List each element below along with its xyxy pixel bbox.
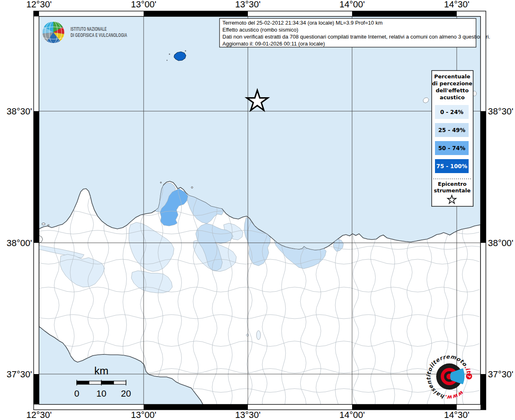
legend-epicenter-line2: strumentale bbox=[434, 187, 471, 194]
event-info-line2: Effetto acustico (rombo sismico) bbox=[222, 27, 298, 33]
axis-right-1: 38°00' bbox=[488, 238, 513, 248]
earthquake-perception-map-page: km 0 10 20 bbox=[0, 0, 515, 420]
event-info-line4: Aggiornato il: 09-01-2026 00:11 (ora loc… bbox=[222, 41, 325, 47]
ingv-name-line1: ISTITUTO NAZIONALE bbox=[71, 26, 107, 32]
event-info-box: Terremoto del 25-02-2012 21:34:34 (ora l… bbox=[220, 18, 490, 47]
scale-tick-20: 20 bbox=[121, 388, 131, 399]
legend-title-line3: dell'effetto bbox=[436, 87, 469, 94]
legend-box: Percentuale di percezione dell'effetto a… bbox=[432, 71, 473, 206]
axis-bottom-3: 14°00' bbox=[339, 410, 365, 420]
legend-label-50-74: 50 - 74% bbox=[438, 145, 466, 151]
axis-top-3: 14°00' bbox=[339, 0, 365, 9]
map-canvas: km 0 10 20 bbox=[0, 0, 515, 420]
axis-top-0: 12°30' bbox=[26, 0, 52, 9]
axis-bottom-4: 14°30' bbox=[444, 410, 469, 420]
axis-right-0: 38°30' bbox=[488, 106, 513, 116]
ingv-globe-icon bbox=[42, 21, 64, 43]
axis-right-2: 37°30' bbox=[488, 369, 513, 379]
scale-tick-10: 10 bbox=[96, 388, 106, 399]
axis-bottom-2: 13°30' bbox=[235, 410, 261, 420]
legend-title-line1: Percentuale bbox=[434, 73, 470, 80]
event-info-line3: Dati non verificati estratti da 708 ques… bbox=[222, 34, 490, 40]
axis-bottom-1: 13°00' bbox=[131, 410, 156, 420]
axis-left-0: 38°30' bbox=[7, 106, 32, 116]
scale-unit-label: km bbox=[94, 365, 109, 377]
event-info-line1: Terremoto del 25-02-2012 21:34:34 (ora l… bbox=[222, 20, 382, 26]
legend-epicenter-line1: Epicentro bbox=[438, 181, 467, 187]
scale-tick-0: 0 bbox=[74, 388, 79, 399]
axis-top-4: 14°30' bbox=[444, 0, 469, 9]
map-area: km 0 10 20 bbox=[36, 16, 490, 420]
legend-label-75-100: 75 - 100% bbox=[436, 163, 467, 169]
axis-left-1: 38°00' bbox=[7, 238, 32, 248]
legend-label-25-49: 25 - 49% bbox=[438, 127, 466, 133]
axis-top-1: 13°00' bbox=[131, 0, 156, 9]
legend-title-line2: di percezione bbox=[432, 80, 473, 87]
axis-bottom-0: 12°30' bbox=[26, 410, 52, 420]
axis-left-2: 37°30' bbox=[7, 369, 32, 379]
legend-title-line4: acustico bbox=[440, 94, 465, 100]
axis-top-2: 13°30' bbox=[235, 0, 261, 9]
ingv-name-line2: DI GEOFISICA E VULCANOLOGIA bbox=[71, 32, 127, 38]
legend-label-0-24: 0 - 24% bbox=[440, 109, 464, 115]
